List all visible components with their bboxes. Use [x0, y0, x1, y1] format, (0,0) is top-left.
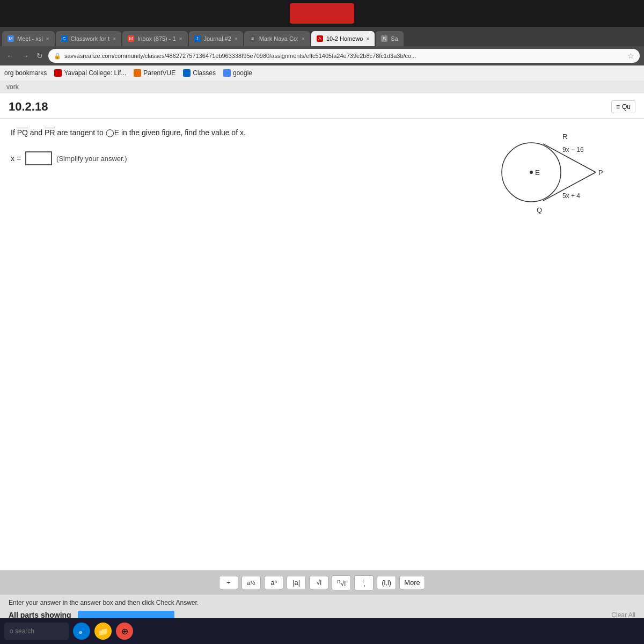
math-btn-abs[interactable]: |a| — [287, 576, 306, 589]
math-btn-nthroot[interactable]: n√i — [332, 575, 351, 590]
breadcrumb: vork — [0, 80, 644, 93]
segment-pq: PQ — [17, 128, 28, 137]
math-btn-decimal[interactable]: i, — [354, 575, 374, 590]
question-menu-button[interactable]: ≡ Qu — [611, 100, 635, 113]
folder-icon: 📁 — [98, 626, 108, 636]
tab-label-homework: 10-2 Homewo — [326, 35, 363, 42]
star-icon[interactable]: ☆ — [627, 52, 634, 60]
bookmark-yc[interactable]: Yavapai College: Lif... — [54, 69, 126, 77]
tab-close-mark[interactable]: × — [302, 36, 305, 42]
tab-favicon-inbox: M — [128, 35, 134, 42]
mixed-frac-icon: a½ — [247, 580, 255, 586]
tab-mark[interactable]: ≡ Mark Nava Co: × — [244, 31, 310, 46]
bookmark-google-label: google — [233, 69, 252, 77]
forward-nav-btn[interactable]: → — [19, 50, 31, 61]
top-bar — [0, 0, 644, 27]
geometry-figure: E R P Q 9x − 16 5x + 4 — [483, 124, 612, 221]
answer-input-box[interactable] — [25, 151, 52, 165]
taskbar-other-icon[interactable]: ⊕ — [116, 623, 133, 640]
nthroot-icon: n√i — [337, 580, 346, 588]
math-btn-coords[interactable]: (i,i) — [377, 576, 396, 589]
answer-hint: (Simplify your answer.) — [56, 155, 127, 163]
url-text: savvasrealize.com/community/classes/4862… — [64, 53, 416, 59]
bookmark-parent-favicon — [134, 69, 141, 77]
question-body: If PQ and PR are tangent to ◯E in the gi… — [0, 119, 644, 353]
enter-hint: Enter your answer in the answer box and … — [9, 599, 635, 606]
math-btn-mixed-frac[interactable]: a½ — [241, 576, 261, 589]
breadcrumb-text: vork — [6, 83, 19, 91]
taskbar-search-input[interactable] — [4, 623, 69, 640]
math-btn-more[interactable]: More — [399, 576, 425, 589]
math-toolbar: ÷ a½ aⁿ |a| √i n√i i, (i,i) — [0, 570, 644, 595]
question-menu-label: Qu — [622, 103, 631, 111]
math-btn-power[interactable]: aⁿ — [264, 576, 283, 589]
top-bar-accent — [290, 3, 354, 24]
tab-label-sa: Sa — [391, 35, 398, 42]
tab-close-classwork[interactable]: × — [113, 36, 116, 42]
svg-text:E: E — [535, 169, 540, 177]
lock-icon: 🔒 — [54, 53, 61, 60]
tab-favicon-homework: A — [317, 35, 323, 42]
svg-text:5x + 4: 5x + 4 — [562, 192, 580, 200]
clear-all-button[interactable]: Clear All — [611, 611, 635, 619]
tab-favicon-mark: ≡ — [250, 35, 256, 42]
question-menu-lines-icon: ≡ — [616, 103, 620, 111]
tab-classwork[interactable]: C Classwork for t × — [56, 31, 122, 46]
segment-pr: PR — [45, 128, 55, 137]
tab-meet[interactable]: M Meet - xsl × — [2, 31, 55, 46]
bookmark-org-label: org bookmarks — [4, 69, 47, 77]
question-spacer — [0, 353, 644, 570]
bookmark-parentvue[interactable]: ParentVUE — [134, 69, 175, 77]
back-nav-btn[interactable]: ← — [4, 50, 16, 61]
other-app-icon: ⊕ — [121, 626, 128, 636]
taskbar-edge-icon[interactable]: e — [73, 623, 90, 640]
tab-label-classwork: Classwork for t — [71, 35, 110, 42]
bookmark-classes-favicon — [183, 69, 191, 77]
tab-label-meet: Meet - xsl — [17, 35, 43, 42]
tab-favicon-sa: S — [381, 35, 387, 42]
abs-icon: |a| — [292, 579, 300, 587]
fraction-icon: ÷ — [227, 579, 231, 587]
tab-inbox[interactable]: M Inbox (875) - 1 × — [122, 31, 187, 46]
bookmark-google-favicon — [223, 69, 231, 77]
taskbar-explorer-icon[interactable]: 📁 — [94, 623, 112, 640]
tab-journal[interactable]: J Journal #2 × — [189, 31, 243, 46]
svg-text:9x − 16: 9x − 16 — [562, 146, 584, 153]
math-btn-fraction[interactable]: ÷ — [219, 576, 238, 589]
tab-close-inbox[interactable]: × — [179, 36, 182, 42]
sqrt-icon: √i — [316, 579, 321, 587]
tab-sa[interactable]: S Sa — [376, 31, 403, 46]
question-number: 10.2.18 — [9, 100, 48, 114]
svg-text:R: R — [562, 133, 567, 141]
address-bar[interactable]: 🔒 savvasrealize.com/community/classes/48… — [48, 49, 640, 63]
refresh-btn[interactable]: ↻ — [34, 50, 45, 61]
math-btn-sqrt[interactable]: √i — [309, 576, 328, 589]
question-header: 10.2.18 ≡ Qu — [0, 93, 644, 119]
bookmark-parent-label: ParentVUE — [143, 69, 175, 77]
bookmark-yc-label: Yavapai College: Lif... — [64, 69, 126, 77]
edge-browser-icon: e — [77, 626, 86, 636]
svg-text:e: e — [79, 629, 83, 635]
power-icon: aⁿ — [270, 579, 277, 587]
tab-homework[interactable]: A 10-2 Homewo × — [311, 31, 375, 46]
tab-close-journal[interactable]: × — [235, 36, 238, 42]
bookmark-org[interactable]: org bookmarks — [4, 69, 47, 77]
decimal-icon: i, — [362, 580, 365, 588]
bookmarks-bar: org bookmarks Yavapai College: Lif... Pa… — [0, 65, 644, 80]
coords-icon: (i,i) — [382, 579, 391, 587]
svg-text:Q: Q — [537, 206, 542, 214]
tab-bar: M Meet - xsl × C Classwork for t × M Inb… — [0, 27, 644, 46]
tab-favicon-journal: J — [194, 35, 201, 42]
content-area: 10.2.18 ≡ Qu If PQ and PR are tangent to… — [0, 93, 644, 644]
bookmark-classes[interactable]: Classes — [183, 69, 216, 77]
tab-favicon-classwork: C — [61, 35, 68, 42]
bookmark-yc-favicon — [54, 69, 62, 77]
tab-close-homework[interactable]: × — [366, 36, 369, 42]
answer-label: x = — [11, 154, 21, 163]
bookmark-google[interactable]: google — [223, 69, 252, 77]
question-panel: 10.2.18 ≡ Qu If PQ and PR are tangent to… — [0, 93, 644, 644]
address-bar-row: ← → ↻ 🔒 savvasrealize.com/community/clas… — [0, 46, 644, 65]
svg-point-1 — [530, 171, 533, 174]
tab-close-meet[interactable]: × — [46, 36, 49, 42]
tab-label-inbox: Inbox (875) - 1 — [137, 35, 176, 42]
